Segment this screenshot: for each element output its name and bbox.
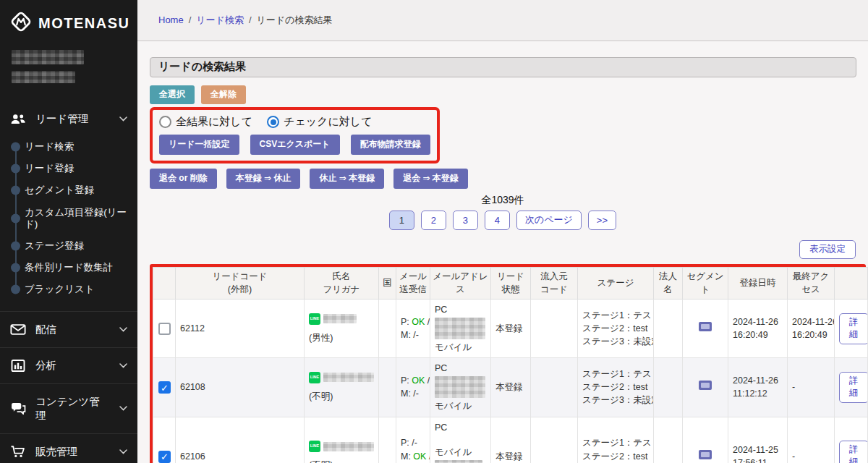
- email-mobile-label: モバイル: [435, 399, 486, 412]
- stage-line: ステージ1：テスト: [582, 309, 649, 322]
- line-badge: LINE: [309, 441, 320, 452]
- withdraw-or-delete-button[interactable]: 退会 or 削除: [150, 169, 217, 189]
- lead-code-cell: 62106: [176, 417, 305, 463]
- withdraw-to-registered-button[interactable]: 退会 ⇒ 本登録: [393, 169, 468, 189]
- sidebar-item-delivery[interactable]: 配信: [0, 311, 137, 347]
- pagination: 全1039件 1234次のページ>>: [137, 194, 868, 230]
- radio-all-results[interactable]: 全結果に対して: [159, 115, 252, 129]
- sidebar-item-label: 配信: [35, 323, 56, 336]
- chevron-down-icon: [119, 327, 127, 332]
- brand-name: MOTENASU: [38, 15, 129, 32]
- sidebar-item-lead-management[interactable]: リード管理: [0, 105, 137, 133]
- column-header: 氏名フリガナ: [305, 268, 379, 300]
- sidebar-subitem[interactable]: カスタム項目登録(リード): [0, 202, 137, 235]
- stage-cell: ステージ1：テストステージ2：testステージ3：未設定: [578, 300, 654, 358]
- last-access-cell: -: [788, 358, 835, 417]
- page-button-4[interactable]: 4: [485, 211, 510, 230]
- name-row: LINE: [309, 313, 374, 325]
- sidebar-sections: 配信分析コンテンツ管理販売管理?お問い合わせ管理運用管理: [0, 311, 137, 463]
- sidebar-item-analytics[interactable]: 分析: [0, 347, 137, 383]
- checkbox-cell: [153, 358, 176, 417]
- content: リードの検索結果 全選択 全解除 全結果に対して チェックに対して リード一括設…: [137, 41, 868, 463]
- lead-code-cell: 62108: [176, 358, 305, 417]
- lead-bulk-set-button[interactable]: リード一括設定: [159, 135, 239, 155]
- sidebar-subitem[interactable]: リード検索: [0, 136, 137, 158]
- chevron-down-icon: [119, 116, 127, 122]
- stage-line: ステージ2：test: [582, 322, 649, 335]
- checkbox-cell: [153, 300, 176, 358]
- table-row: 62112LINE(男性)P: OK /受M: /-PCモバイル本登録ステージ1…: [153, 300, 868, 358]
- distribution-request-button[interactable]: 配布物請求登録: [351, 135, 430, 155]
- lead-status-cell: 本登録: [491, 417, 531, 463]
- sidebar-subitem[interactable]: セグメント登録: [0, 179, 137, 201]
- chart-icon: [10, 360, 26, 372]
- registered-datetime-cell: 2024-11-2517:56:11: [728, 417, 788, 463]
- mail-status-cell: P: OK /受M: /-: [396, 300, 430, 358]
- email-pc-label: PC: [435, 303, 486, 316]
- display-settings-button[interactable]: 表示設定: [799, 240, 856, 259]
- name-cell: LINE(不明): [305, 417, 379, 463]
- sidebar-item-label: 販売管理: [35, 445, 77, 459]
- breadcrumb-item[interactable]: Home: [158, 14, 184, 25]
- segment-icon[interactable]: [699, 381, 712, 390]
- mail-text: P:: [401, 375, 412, 386]
- chevron-down-icon: [119, 406, 127, 411]
- lead-status-cell: 本登録: [491, 358, 531, 417]
- column-header: 登録日時: [728, 268, 788, 300]
- chat-icon: [10, 402, 26, 415]
- csv-export-button[interactable]: CSVエクスポート: [250, 135, 340, 155]
- sidebar-subitem[interactable]: 条件別リード数集計: [0, 257, 137, 279]
- detail-button[interactable]: 詳細: [839, 441, 868, 463]
- page-title: リードの検索結果: [150, 57, 856, 77]
- segment-icon[interactable]: [699, 450, 712, 459]
- cart-icon: [10, 445, 26, 458]
- column-header: 法人名: [654, 268, 683, 300]
- detail-button[interactable]: 詳細: [839, 372, 868, 403]
- checkbox-cell: [153, 417, 176, 463]
- registered-to-pause-button[interactable]: 本登録 ⇒ 休止: [226, 169, 301, 189]
- redacted-text: [323, 314, 357, 323]
- sidebar-subitem[interactable]: リード登録: [0, 158, 137, 179]
- brand-logo[interactable]: MOTENASU: [0, 0, 137, 41]
- last-page-button[interactable]: >>: [588, 211, 616, 230]
- stage-line: ステージ2：test: [582, 450, 649, 463]
- target-group-annotation: 全結果に対して チェックに対して リード一括設定CSVエクスポート配布物請求登録: [150, 107, 440, 163]
- corporate-name-cell: [654, 358, 683, 417]
- next-page-button[interactable]: 次のページ: [516, 211, 582, 230]
- segment-cell: [683, 300, 728, 358]
- stage-cell: ステージ1：テストステージ2：testステージ3：未設定: [578, 358, 654, 417]
- row-checkbox[interactable]: [158, 323, 171, 335]
- column-header: リード状態: [491, 268, 531, 300]
- pause-to-registered-button[interactable]: 休止 ⇒ 本登録: [310, 169, 384, 189]
- segment-icon[interactable]: [699, 322, 712, 331]
- breadcrumb-item[interactable]: リード検索: [196, 14, 244, 25]
- email-cell: PCモバイル: [430, 358, 491, 417]
- sidebar-subitem[interactable]: ステージ登録: [0, 235, 137, 257]
- gender-label: (男性): [309, 331, 374, 344]
- sidebar-subitem[interactable]: ブラックリスト: [0, 279, 137, 300]
- page-button-1[interactable]: 1: [389, 211, 414, 230]
- stage-line: ステージ3：未設定: [582, 335, 649, 348]
- registered-datetime-cell: 2024-11-2611:12:12: [728, 358, 788, 417]
- mail-text: M: /-: [401, 388, 419, 399]
- lead-code-cell: 62112: [176, 300, 305, 358]
- stage-line: ステージ1：テスト: [582, 368, 649, 381]
- sidebar-item-sales-management[interactable]: 販売管理: [0, 433, 137, 463]
- radio-checked-items[interactable]: チェックに対して: [267, 115, 372, 129]
- detail-button[interactable]: 詳細: [839, 313, 868, 344]
- row-checkbox[interactable]: [158, 451, 171, 463]
- column-header: [153, 268, 176, 300]
- mail-text: /受: [425, 375, 430, 386]
- clear-all-button[interactable]: 全解除: [201, 85, 246, 104]
- page-button-2[interactable]: 2: [421, 211, 446, 230]
- column-header: ステージ: [578, 268, 654, 300]
- sidebar-item-content-management[interactable]: コンテンツ管理: [0, 383, 137, 433]
- page-button-3[interactable]: 3: [453, 211, 478, 230]
- select-all-button[interactable]: 全選択: [150, 85, 195, 104]
- chevron-down-icon: [119, 363, 127, 368]
- redacted-text: [435, 318, 485, 339]
- column-header: 流入元コード: [531, 268, 578, 300]
- stage-cell: ステージ1：テストステージ2：testステージ3：未設定: [578, 417, 654, 463]
- sidebar: MOTENASU リード管理 リー: [0, 0, 137, 463]
- row-checkbox[interactable]: [158, 381, 171, 394]
